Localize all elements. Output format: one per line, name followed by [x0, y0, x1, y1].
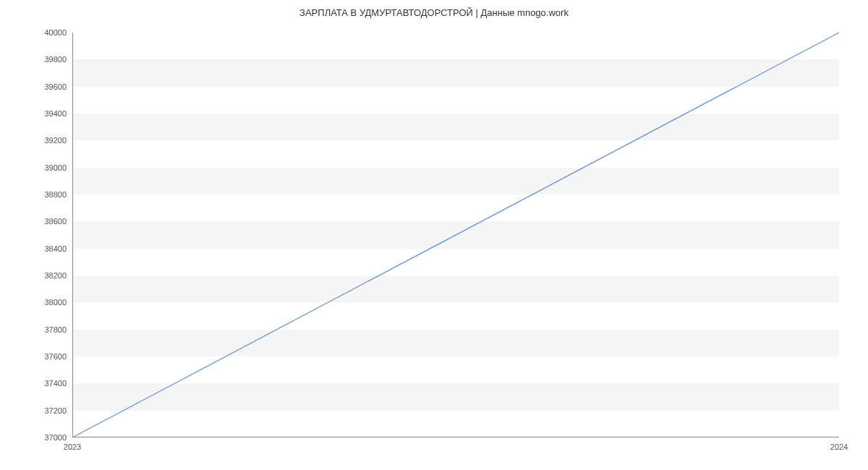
y-tick-label: 39600	[23, 82, 67, 91]
chart-title: ЗАРПЛАТА В УДМУРТАВТОДОРСТРОЙ | Данные m…	[0, 7, 868, 18]
y-tick-label: 39200	[23, 136, 67, 145]
y-tick-label: 38000	[23, 298, 67, 307]
y-tick-label: 38800	[23, 190, 67, 199]
y-tick-label: 39800	[23, 55, 67, 64]
y-tick-label: 38600	[23, 217, 67, 226]
y-tick-label: 38400	[23, 244, 67, 253]
y-tick-label: 37400	[23, 379, 67, 388]
y-tick-label: 39400	[23, 109, 67, 118]
y-tick-label: 37800	[23, 325, 67, 334]
y-tick-label: 39000	[23, 163, 67, 172]
y-tick-label: 38200	[23, 271, 67, 280]
y-tick-label: 40000	[23, 28, 67, 37]
chart-line-layer	[72, 33, 839, 437]
y-tick-label: 37200	[23, 406, 67, 415]
y-tick-label: 37000	[23, 433, 67, 442]
x-tick-label: 2023	[64, 443, 81, 451]
y-tick-label: 37600	[23, 352, 67, 361]
series-line	[72, 33, 839, 437]
x-tick-label: 2024	[830, 443, 848, 451]
